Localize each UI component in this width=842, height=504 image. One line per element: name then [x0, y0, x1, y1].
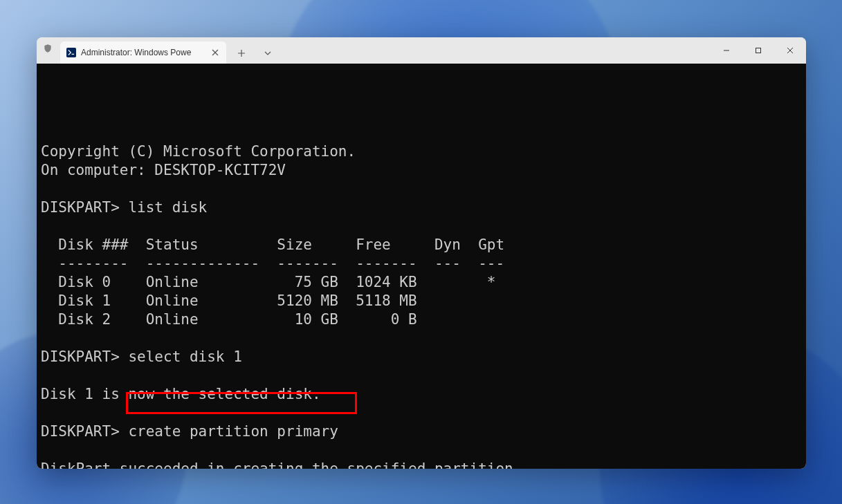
- maximize-button[interactable]: [742, 37, 774, 64]
- terminal-line: Disk 1 is now the selected disk.: [41, 385, 802, 404]
- terminal-line: [41, 329, 802, 348]
- terminal-line: Disk 1 Online 5120 MB 5118 MB: [41, 292, 802, 310]
- terminal-window: Administrator: Windows Powe Copyright (C…: [37, 37, 806, 469]
- terminal-line: [41, 366, 802, 385]
- terminal-line: -------- ------------- ------- ------- -…: [41, 254, 802, 273]
- terminal-line: Copyright (C) Microsoft Corporation.: [41, 142, 802, 161]
- minimize-button[interactable]: [711, 37, 742, 64]
- terminal-line: [41, 441, 802, 460]
- terminal-output[interactable]: Copyright (C) Microsoft Corporation.On c…: [37, 64, 806, 469]
- terminal-line: Disk ### Status Size Free Dyn Gpt: [41, 236, 802, 254]
- tab-powershell[interactable]: Administrator: Windows Powe: [60, 41, 226, 64]
- terminal-line: DISKPART> create partition primary: [41, 422, 802, 441]
- terminal-line: On computer: DESKTOP-KCIT72V: [41, 161, 802, 180]
- terminal-line: DiskPart succeeded in creating the speci…: [41, 460, 802, 469]
- powershell-icon: [66, 47, 77, 58]
- tab-title: Administrator: Windows Powe: [81, 48, 205, 57]
- close-window-button[interactable]: [774, 37, 806, 64]
- svg-rect-1: [756, 48, 761, 53]
- admin-shield-icon: [37, 37, 59, 64]
- terminal-line: [41, 217, 802, 236]
- title-bar[interactable]: Administrator: Windows Powe: [37, 37, 806, 64]
- window-controls: [711, 37, 806, 64]
- tab-dropdown-icon[interactable]: [257, 43, 279, 64]
- terminal-line: Disk 2 Online 10 GB 0 B: [41, 310, 802, 329]
- terminal-line: DISKPART> list disk: [41, 198, 802, 217]
- new-tab-button[interactable]: [230, 43, 253, 64]
- terminal-line: [41, 404, 802, 422]
- terminal-line: DISKPART> select disk 1: [41, 348, 802, 366]
- terminal-line: Disk 0 Online 75 GB 1024 KB *: [41, 273, 802, 292]
- close-tab-icon[interactable]: [210, 47, 221, 58]
- terminal-line: [41, 124, 802, 142]
- terminal-line: [41, 180, 802, 198]
